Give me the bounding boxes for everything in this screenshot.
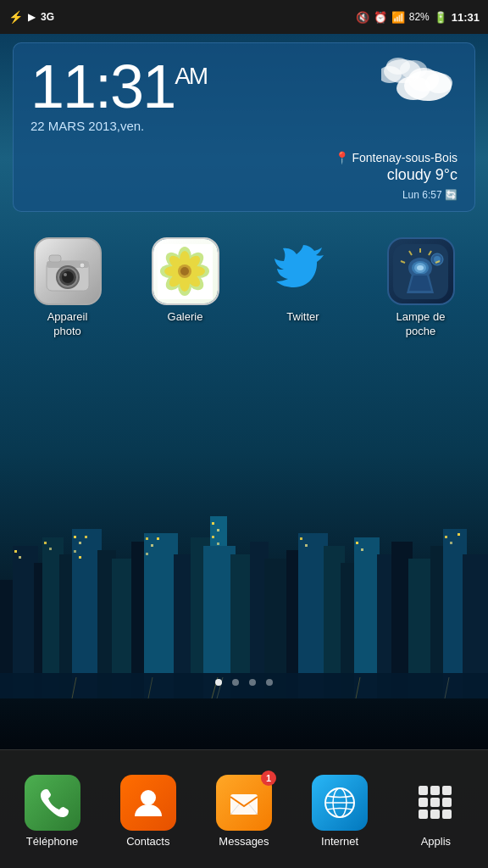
status-bar: ⚡ ▶ 3G 🔇 ⏰ 📶 82% 🔋 11:31 xyxy=(0,0,488,34)
widget-location: 📍 Fontenay-sous-Bois xyxy=(335,151,458,164)
internet-icon xyxy=(322,785,358,821)
gallery-icon-wrapper xyxy=(152,237,219,305)
twitter-label: Twitter xyxy=(286,310,319,325)
app-gallery[interactable]: Galerie xyxy=(135,237,236,339)
weather-widget[interactable]: 11:31AM 22 MARS 2013,ven. 📍 Fontenay-sou… xyxy=(13,42,475,212)
svg-point-95 xyxy=(180,267,189,275)
page-dot-4[interactable] xyxy=(266,679,273,686)
svg-rect-43 xyxy=(212,522,214,525)
page-dot-1[interactable] xyxy=(215,679,222,686)
svg-rect-38 xyxy=(79,556,81,559)
svg-rect-30 xyxy=(14,550,17,553)
svg-rect-118 xyxy=(430,786,440,795)
flashlight-label: Lampe depoche xyxy=(396,310,446,339)
contacts-icon-bg xyxy=(120,775,176,831)
svg-rect-39 xyxy=(146,537,148,540)
svg-rect-75 xyxy=(49,255,61,262)
status-right-icons: 🔇 ⏰ 📶 82% 🔋 11:31 xyxy=(356,11,480,24)
battery-icon: 🔋 xyxy=(434,11,447,24)
svg-rect-32 xyxy=(44,542,47,544)
svg-rect-34 xyxy=(74,536,76,538)
app-twitter[interactable]: Twitter xyxy=(252,237,354,339)
svg-point-73 xyxy=(62,271,74,283)
svg-rect-117 xyxy=(419,786,428,795)
svg-rect-125 xyxy=(442,810,452,819)
svg-rect-52 xyxy=(450,542,452,544)
dock-internet[interactable]: Internet xyxy=(297,775,382,848)
applis-label: Applis xyxy=(421,835,451,848)
messages-badge: 1 xyxy=(261,771,276,786)
svg-point-68 xyxy=(400,60,427,79)
internet-icon-bg xyxy=(312,775,368,831)
svg-rect-33 xyxy=(49,548,52,550)
camera-icon xyxy=(42,248,93,295)
svg-rect-121 xyxy=(430,798,440,807)
svg-rect-51 xyxy=(445,536,447,538)
applis-icon-bg xyxy=(408,775,463,831)
phone-label: Téléphone xyxy=(26,835,78,848)
camera-label: Appareilphoto xyxy=(47,310,88,339)
flashlight-icon xyxy=(393,244,448,299)
dock-applis[interactable]: Applis xyxy=(393,775,478,848)
messages-icon xyxy=(227,786,261,820)
gallery-icon xyxy=(153,239,218,303)
twitter-icon-wrapper xyxy=(269,237,337,305)
bottom-dock: Téléphone Contacts 1 xyxy=(0,749,488,868)
dock-contacts[interactable]: Contacts xyxy=(106,775,191,848)
svg-rect-53 xyxy=(458,533,460,536)
flashlight-icon-wrapper xyxy=(387,237,455,305)
svg-rect-41 xyxy=(157,537,159,540)
page-dot-3[interactable] xyxy=(249,679,256,686)
app-grid: Appareilphoto xyxy=(0,237,488,339)
svg-rect-47 xyxy=(300,537,302,540)
weather-condition-area xyxy=(381,56,458,106)
play-icon: ▶ xyxy=(28,11,36,23)
svg-rect-42 xyxy=(146,553,148,555)
messages-label: Messages xyxy=(219,835,269,848)
svg-rect-40 xyxy=(151,544,153,547)
contacts-icon xyxy=(131,786,165,820)
svg-rect-50 xyxy=(361,548,363,551)
app-flashlight[interactable]: Lampe depoche xyxy=(370,237,472,339)
page-dot-2[interactable] xyxy=(232,679,239,686)
svg-point-64 xyxy=(425,73,452,93)
camera-icon-wrapper xyxy=(34,237,102,305)
city-skyline xyxy=(0,512,488,698)
3g-label: 3G xyxy=(41,11,54,23)
twitter-icon xyxy=(270,238,336,304)
flower-svg xyxy=(158,244,213,299)
svg-rect-35 xyxy=(79,542,81,544)
svg-rect-46 xyxy=(217,542,219,545)
page-indicators xyxy=(0,679,488,686)
svg-point-110 xyxy=(141,790,156,805)
cloud-icon xyxy=(381,56,458,103)
svg-rect-44 xyxy=(217,529,219,531)
svg-rect-122 xyxy=(442,798,452,807)
svg-rect-120 xyxy=(419,798,428,807)
dock-phone[interactable]: Téléphone xyxy=(10,775,95,848)
status-time: 11:31 xyxy=(452,11,480,24)
internet-label: Internet xyxy=(321,835,358,848)
svg-rect-31 xyxy=(19,556,21,559)
svg-rect-111 xyxy=(230,794,258,815)
svg-rect-45 xyxy=(212,536,214,538)
svg-rect-37 xyxy=(74,550,76,553)
battery-percent: 82% xyxy=(409,11,430,23)
contacts-label: Contacts xyxy=(126,835,169,848)
phone-icon xyxy=(36,786,69,820)
app-camera[interactable]: Appareilphoto xyxy=(17,237,119,339)
svg-rect-123 xyxy=(419,810,428,819)
usb-icon: ⚡ xyxy=(8,10,23,24)
mute-icon: 🔇 xyxy=(356,11,369,24)
status-left-icons: ⚡ ▶ 3G xyxy=(8,10,54,24)
dock-messages[interactable]: 1 Messages xyxy=(202,775,286,848)
svg-rect-124 xyxy=(430,810,440,819)
svg-rect-119 xyxy=(442,786,452,795)
svg-point-76 xyxy=(80,263,85,268)
messages-icon-container: 1 xyxy=(216,775,272,831)
widget-temperature: cloudy 9°c xyxy=(387,166,458,184)
svg-rect-49 xyxy=(356,542,358,544)
svg-rect-48 xyxy=(305,544,308,547)
phone-icon-bg xyxy=(25,775,80,831)
signal-icon: 📶 xyxy=(391,11,405,24)
